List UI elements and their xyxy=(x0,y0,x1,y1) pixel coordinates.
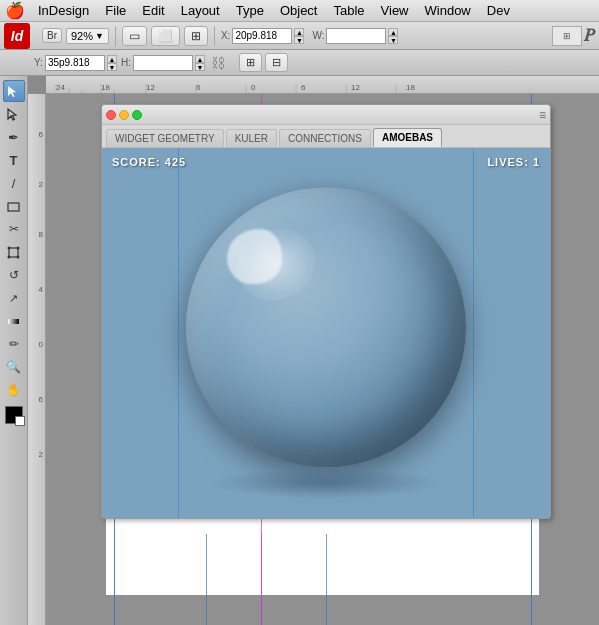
menu-edit[interactable]: Edit xyxy=(134,3,172,18)
apple-menu[interactable]: 🍎 xyxy=(0,1,30,20)
toolbar-separator xyxy=(115,26,116,46)
widget-panel: ≡ WIDGET GEOMETRY KULER CONNECTIONS AMOE… xyxy=(101,104,551,519)
menu-object[interactable]: Object xyxy=(272,3,326,18)
link-proportions-icon[interactable]: ⛓ xyxy=(211,55,225,71)
canvas-area: 24 18 12 6 0 6 12 18 xyxy=(28,76,599,625)
y-down-btn[interactable]: ▼ xyxy=(107,63,117,71)
panel-game-content: SCORE: 425 LIVES: 1 xyxy=(102,148,550,518)
gradient-tool-button[interactable] xyxy=(3,310,25,332)
menu-file[interactable]: File xyxy=(97,3,134,18)
stroke-color-swatch[interactable] xyxy=(15,416,25,426)
panel-bottom-center-guide xyxy=(261,534,262,625)
bridge-button[interactable]: Br xyxy=(42,28,62,43)
panel-tabs: WIDGET GEOMETRY KULER CONNECTIONS AMOEBA… xyxy=(102,125,550,148)
w-coord-group: W: ▲ ▼ xyxy=(312,28,398,44)
frame-mode-button[interactable]: ▭ xyxy=(122,26,147,46)
x-stepper[interactable]: ▲ ▼ xyxy=(294,28,304,44)
svg-rect-2 xyxy=(8,203,19,211)
x-down-btn[interactable]: ▼ xyxy=(294,36,304,44)
panel-bottom-guide-right xyxy=(326,534,327,625)
direct-select-button[interactable] xyxy=(3,103,25,125)
x-field[interactable] xyxy=(232,28,292,44)
tab-kuler[interactable]: KULER xyxy=(226,129,277,147)
panel-maximize-button[interactable] xyxy=(132,110,142,120)
align-left-button[interactable]: ⊞ xyxy=(239,53,262,72)
y-field[interactable] xyxy=(45,55,105,71)
svg-point-5 xyxy=(17,246,20,249)
menu-table[interactable]: Table xyxy=(325,3,372,18)
align-center-button[interactable]: ⊟ xyxy=(265,53,288,72)
hand-tool-button[interactable]: ✋ xyxy=(3,379,25,401)
svg-marker-0 xyxy=(8,86,16,97)
free-transform-button[interactable] xyxy=(3,241,25,263)
score-label: SCORE: 425 xyxy=(112,156,186,168)
h-stepper[interactable]: ▲ ▼ xyxy=(195,55,205,71)
panel-minimize-button[interactable] xyxy=(119,110,129,120)
menu-indesign[interactable]: InDesign xyxy=(30,3,97,18)
game-sphere xyxy=(186,187,466,467)
menu-bar: 🍎 InDesign File Edit Layout Type Object … xyxy=(0,0,599,22)
h-up-btn[interactable]: ▲ xyxy=(195,55,205,63)
h-coord-group: H: ▲ ▼ xyxy=(121,55,205,71)
tools-panel: ✒ T / ✂ ↺ ↗ ✏ 🔍 ✋ xyxy=(0,76,28,625)
rotate-tool-button[interactable]: ↺ xyxy=(3,264,25,286)
w-up-btn[interactable]: ▲ xyxy=(388,28,398,36)
x-coord-group: X: ▲ ▼ xyxy=(221,28,304,44)
tab-connections[interactable]: CONNECTIONS xyxy=(279,129,371,147)
ruler-vtick: 6 xyxy=(39,395,43,404)
fill-color-swatch[interactable] xyxy=(5,406,23,424)
svg-point-4 xyxy=(8,246,11,249)
selection-tool-button[interactable] xyxy=(3,80,25,102)
h-field[interactable] xyxy=(133,55,193,71)
menu-type[interactable]: Type xyxy=(228,3,272,18)
y-up-btn[interactable]: ▲ xyxy=(107,55,117,63)
menu-view[interactable]: View xyxy=(373,3,417,18)
ruler-vtick: 8 xyxy=(39,230,43,239)
ruler-vtick: 6 xyxy=(39,130,43,139)
id-logo: Id xyxy=(4,23,30,49)
p-icon: 𝑃 xyxy=(584,25,595,46)
amoeba-blob xyxy=(227,229,282,284)
svg-point-7 xyxy=(17,255,20,258)
scissors-tool-button[interactable]: ✂ xyxy=(3,218,25,240)
menu-layout[interactable]: Layout xyxy=(173,3,228,18)
panel-container: ≡ WIDGET GEOMETRY KULER CONNECTIONS AMOE… xyxy=(46,94,599,625)
x-label: X: xyxy=(221,30,230,41)
menu-dev[interactable]: Dev xyxy=(479,3,518,18)
svg-point-6 xyxy=(8,255,11,258)
scale-tool-button[interactable]: ↗ xyxy=(3,287,25,309)
zoom-tool-button[interactable]: 🔍 xyxy=(3,356,25,378)
line-tool-button[interactable]: / xyxy=(3,172,25,194)
zoom-control[interactable]: 92% ▼ xyxy=(66,28,109,44)
panel-bottom-guide-left xyxy=(206,534,207,625)
ruler-vtick: 4 xyxy=(39,285,43,294)
x-up-btn[interactable]: ▲ xyxy=(294,28,304,36)
panel-left-guide xyxy=(178,148,179,518)
svg-rect-3 xyxy=(9,248,18,257)
frame-mode-button3[interactable]: ⊞ xyxy=(184,26,208,46)
panel-collapse-icon[interactable]: ≡ xyxy=(539,108,546,122)
h-down-btn[interactable]: ▼ xyxy=(195,63,205,71)
y-label: Y: xyxy=(34,57,43,68)
shape-tool-button[interactable] xyxy=(3,195,25,217)
ruler-vtick: 2 xyxy=(39,450,43,459)
sphere-shadow xyxy=(206,468,446,498)
y-stepper[interactable]: ▲ ▼ xyxy=(107,55,117,71)
menu-window[interactable]: Window xyxy=(417,3,479,18)
ruler-vtick: 2 xyxy=(39,180,43,189)
panel-close-button[interactable] xyxy=(106,110,116,120)
main-area: ✒ T / ✂ ↺ ↗ ✏ 🔍 ✋ 24 18 12 6 0 xyxy=(0,76,599,625)
panel-right-guide xyxy=(473,148,474,518)
svg-marker-1 xyxy=(8,109,16,120)
type-tool-button[interactable]: T xyxy=(3,149,25,171)
zoom-dropdown-icon[interactable]: ▼ xyxy=(95,31,104,41)
transform-reference-point[interactable]: ⊞ xyxy=(552,26,582,46)
w-down-btn[interactable]: ▼ xyxy=(388,36,398,44)
w-stepper[interactable]: ▲ ▼ xyxy=(388,28,398,44)
pencil-tool-button[interactable]: ✏ xyxy=(3,333,25,355)
tab-widget-geometry[interactable]: WIDGET GEOMETRY xyxy=(106,129,224,147)
frame-mode-button2[interactable]: ⬜ xyxy=(151,26,180,46)
pen-tool-button[interactable]: ✒ xyxy=(3,126,25,148)
w-field[interactable] xyxy=(326,28,386,44)
tab-amoebas[interactable]: AMOEBAS xyxy=(373,128,442,147)
